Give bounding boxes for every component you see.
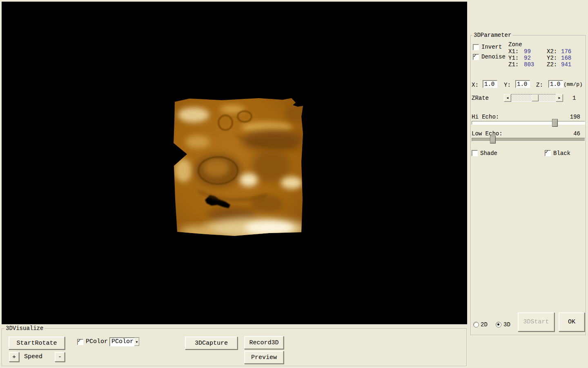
- z-scale-label: Z:: [536, 82, 543, 88]
- record-3d-button[interactable]: Record3D: [244, 336, 284, 349]
- pcolor-combo[interactable]: PColor ▼: [109, 337, 140, 346]
- zrate-value: 1: [572, 95, 576, 101]
- dropdown-arrow-icon[interactable]: ▼: [134, 338, 139, 346]
- zone-z2-label: Z2:: [547, 61, 561, 68]
- zone-x1-label: X1:: [508, 48, 524, 55]
- zone-x2-label: X2:: [547, 48, 561, 55]
- render-viewport[interactable]: [2, 2, 467, 324]
- scale-unit-label: (mm/p): [564, 81, 583, 88]
- speed-label: Speed: [24, 354, 42, 360]
- mode-2d-label: 2D: [481, 321, 488, 328]
- zone-y1-label: Y1:: [508, 55, 524, 61]
- low-echo-value: 46: [565, 130, 580, 137]
- ok-button[interactable]: OK: [559, 312, 585, 332]
- zone-z1-value: 803: [524, 61, 547, 68]
- check-icon: ✓: [473, 53, 477, 58]
- zone-z1-label: Z1:: [508, 61, 524, 68]
- black-checkbox[interactable]: ✓: [545, 150, 551, 156]
- zrate-label: ZRate: [472, 95, 489, 101]
- y-scale-input[interactable]: [515, 80, 530, 88]
- mode-2d-radio[interactable]: [473, 322, 479, 328]
- zrate-scrollbar[interactable]: ◄ ►: [504, 94, 563, 101]
- zone-table: X1: 99 X2: 176 Y1: 92 Y2: 168 Z1: 803 Z2…: [508, 48, 586, 68]
- zone-y1-value: 92: [524, 55, 547, 61]
- black-label: Black: [553, 150, 570, 157]
- low-echo-label: Low Echo:: [472, 130, 503, 137]
- check-icon: ✓: [78, 338, 81, 343]
- zone-row: Z1: 803 Z2: 941: [508, 61, 586, 68]
- hi-echo-value: 198: [565, 114, 580, 120]
- zone-row: X1: 99 X2: 176: [508, 48, 586, 55]
- panel-3dvisualize-title: 3DVisualize: [4, 325, 45, 332]
- scroll-right-icon[interactable]: ►: [556, 94, 563, 102]
- hi-echo-slider[interactable]: [472, 121, 585, 125]
- zrate-scroll-track[interactable]: [511, 94, 556, 102]
- hi-echo-label: Hi Echo:: [472, 114, 499, 120]
- zone-x1-value: 99: [524, 48, 547, 55]
- zone-label: Zone: [508, 41, 522, 48]
- mode-3d-label: 3D: [503, 321, 510, 328]
- invert-label: Invert: [481, 44, 502, 50]
- zone-x2-value: 176: [561, 48, 586, 55]
- zone-y2-label: Y2:: [547, 55, 561, 61]
- panel-3dparameter: 3DParameter Invert ✓ Denoise Zone X1: 99…: [470, 35, 586, 335]
- mode-3d-radio[interactable]: [496, 322, 501, 328]
- pcolor-label: PColor: [86, 339, 108, 345]
- speed-minus-button[interactable]: -: [55, 352, 65, 362]
- x-scale-input[interactable]: [483, 80, 497, 88]
- zone-y2-value: 168: [561, 55, 586, 61]
- panel-3dvisualize: 3DVisualize StartRotate ✓ PColor PColor …: [2, 328, 467, 366]
- low-echo-thumb[interactable]: [490, 136, 496, 144]
- x-scale-label: X:: [472, 82, 479, 88]
- check-icon: ✓: [545, 149, 548, 155]
- zrate-scroll-thumb[interactable]: [532, 94, 539, 101]
- zone-row: Y1: 92 Y2: 168: [508, 55, 586, 61]
- ultrasound-render[interactable]: [173, 97, 305, 237]
- capture-3d-button[interactable]: 3DCapture: [185, 337, 238, 350]
- pcolor-checkbox[interactable]: ✓: [77, 339, 83, 345]
- hi-echo-thumb[interactable]: [552, 119, 558, 127]
- shade-label: Shade: [480, 150, 497, 157]
- panel-3dparameter-title: 3DParameter: [472, 32, 512, 38]
- preview-button[interactable]: Preview: [244, 351, 284, 364]
- speed-plus-button[interactable]: +: [9, 352, 19, 362]
- y-scale-label: Y:: [504, 82, 511, 88]
- pcolor-combo-value: PColor: [110, 338, 134, 346]
- z-scale-input[interactable]: [548, 80, 563, 88]
- start3d-button[interactable]: 3DStart: [518, 312, 555, 332]
- low-echo-slider[interactable]: [472, 138, 585, 141]
- zone-z2-value: 941: [561, 61, 586, 68]
- scroll-left-icon[interactable]: ◄: [504, 94, 511, 102]
- denoise-label: Denoise: [481, 54, 506, 60]
- shade-checkbox[interactable]: [472, 150, 478, 156]
- start-rotate-button[interactable]: StartRotate: [9, 337, 65, 350]
- denoise-checkbox[interactable]: ✓: [473, 54, 479, 60]
- invert-checkbox[interactable]: [473, 44, 479, 50]
